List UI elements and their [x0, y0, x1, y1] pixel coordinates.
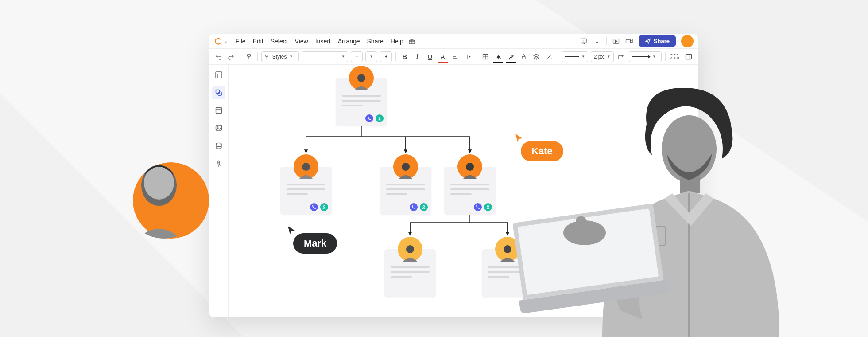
- toolbar: Styles ▼ ▼ − ▼ + B I U A T▸ ▼ 2 px▼: [209, 49, 698, 65]
- menu-select[interactable]: Select: [267, 36, 291, 47]
- menu-insert[interactable]: Insert: [312, 36, 334, 47]
- left-sidebar: [209, 65, 229, 317]
- font-family-dropdown[interactable]: ▼: [302, 51, 348, 62]
- svg-point-20: [379, 117, 380, 119]
- line-style-dropdown[interactable]: ▼: [562, 51, 588, 62]
- line-width-label: 2 px: [594, 54, 604, 60]
- font-size-decrease[interactable]: −: [351, 51, 363, 62]
- svg-rect-5: [247, 54, 250, 56]
- org-card-l2-b[interactable]: [380, 167, 431, 215]
- underline-button[interactable]: U: [425, 51, 435, 62]
- svg-point-25: [466, 163, 474, 171]
- menu-help[interactable]: Help: [387, 36, 407, 47]
- image-tool-icon[interactable]: [212, 121, 225, 135]
- svg-rect-37: [576, 216, 586, 234]
- phone-badge-icon[interactable]: [310, 203, 318, 211]
- svg-text:＋: ＋: [582, 39, 585, 42]
- italic-button[interactable]: I: [412, 51, 422, 62]
- svg-rect-12: [216, 90, 219, 94]
- user-avatar[interactable]: [681, 35, 694, 47]
- svg-point-13: [218, 92, 222, 96]
- svg-point-28: [504, 245, 512, 253]
- collaborator-cursor-mark: Mark: [293, 233, 337, 254]
- layout-tool-icon[interactable]: [212, 68, 225, 82]
- svg-rect-14: [216, 108, 221, 114]
- svg-point-26: [487, 206, 489, 208]
- comment-icon[interactable]: ＋: [580, 37, 588, 45]
- redo-icon[interactable]: [226, 51, 236, 62]
- hero-person-left: [118, 153, 200, 236]
- play-icon[interactable]: [612, 37, 620, 45]
- svg-point-21: [302, 163, 310, 171]
- svg-point-27: [406, 245, 414, 253]
- rocket-tool-icon[interactable]: [212, 157, 225, 170]
- format-painter-icon[interactable]: [244, 51, 254, 62]
- cursor-label: Mark: [304, 238, 326, 249]
- org-card-l2-c[interactable]: [444, 167, 496, 215]
- avatar-icon: [393, 154, 418, 179]
- styles-label: Styles: [272, 54, 287, 60]
- svg-point-19: [357, 74, 365, 82]
- svg-rect-9: [522, 56, 525, 59]
- bold-button[interactable]: B: [399, 51, 410, 62]
- text-format-button[interactable]: T▸: [463, 51, 473, 62]
- magic-icon[interactable]: [544, 51, 554, 62]
- separator: [606, 37, 607, 45]
- svg-point-8: [500, 58, 501, 59]
- layers-icon[interactable]: [531, 51, 542, 62]
- database-tool-icon[interactable]: [212, 139, 225, 153]
- profile-badge-icon[interactable]: [484, 203, 492, 211]
- svg-rect-11: [216, 72, 222, 78]
- font-size-dropdown[interactable]: ▼: [365, 51, 377, 62]
- svg-point-22: [323, 206, 325, 208]
- undo-icon[interactable]: [213, 51, 224, 62]
- phone-badge-icon[interactable]: [410, 203, 418, 211]
- video-icon[interactable]: [625, 37, 633, 45]
- profile-badge-icon[interactable]: [420, 203, 428, 211]
- frame-tool-icon[interactable]: [212, 104, 225, 117]
- svg-point-16: [217, 127, 218, 128]
- svg-point-23: [402, 163, 410, 171]
- table-insert-icon[interactable]: [480, 51, 491, 62]
- avatar-icon: [349, 66, 374, 90]
- logo-dropdown-caret-icon[interactable]: ⌄: [224, 39, 228, 43]
- card-placeholder-lines: [342, 95, 381, 110]
- phone-badge-icon[interactable]: [365, 114, 373, 122]
- app-logo-icon[interactable]: [214, 37, 222, 45]
- shapes-tool-icon[interactable]: [212, 86, 225, 99]
- menu-view[interactable]: View: [291, 36, 312, 47]
- styles-dropdown[interactable]: Styles ▼: [261, 51, 299, 62]
- menu-arrange[interactable]: Arrange: [334, 36, 364, 47]
- avatar-icon: [294, 154, 318, 179]
- lock-icon[interactable]: [519, 51, 529, 62]
- panel-toggle-icon[interactable]: [683, 51, 694, 62]
- line-width-dropdown[interactable]: 2 px▼: [591, 51, 614, 62]
- svg-point-17: [216, 143, 221, 145]
- profile-badge-icon[interactable]: [376, 114, 384, 122]
- font-color-button[interactable]: A: [438, 51, 448, 62]
- profile-badge-icon[interactable]: [320, 203, 328, 211]
- avatar-icon: [398, 237, 422, 262]
- org-card-l2-a[interactable]: [280, 167, 332, 215]
- hero-person-right: [531, 80, 797, 337]
- connector-type-icon[interactable]: [616, 51, 627, 62]
- share-button[interactable]: Share: [639, 35, 676, 47]
- svg-point-24: [423, 206, 425, 208]
- menu-edit[interactable]: Edit: [249, 36, 267, 47]
- menu-share[interactable]: Share: [364, 36, 387, 47]
- phone-badge-icon[interactable]: [474, 203, 482, 211]
- gift-icon[interactable]: [408, 37, 416, 45]
- line-color-button[interactable]: [506, 51, 516, 62]
- fill-color-button[interactable]: [493, 51, 504, 62]
- menubar: ⌄ File Edit Select View Insert Arrange S…: [209, 34, 698, 49]
- align-button[interactable]: [450, 51, 461, 62]
- menu-file[interactable]: File: [232, 36, 249, 47]
- org-card-root[interactable]: [336, 78, 387, 126]
- more-button[interactable]: •••MORE: [669, 53, 681, 60]
- svg-point-18: [218, 162, 219, 163]
- arrow-style-dropdown[interactable]: ▼: [629, 51, 662, 62]
- chevron-down-icon[interactable]: ⌄: [593, 37, 601, 45]
- avatar-icon: [457, 154, 482, 179]
- font-size-increase[interactable]: +: [380, 51, 392, 62]
- org-card-l3-a[interactable]: [384, 249, 436, 297]
